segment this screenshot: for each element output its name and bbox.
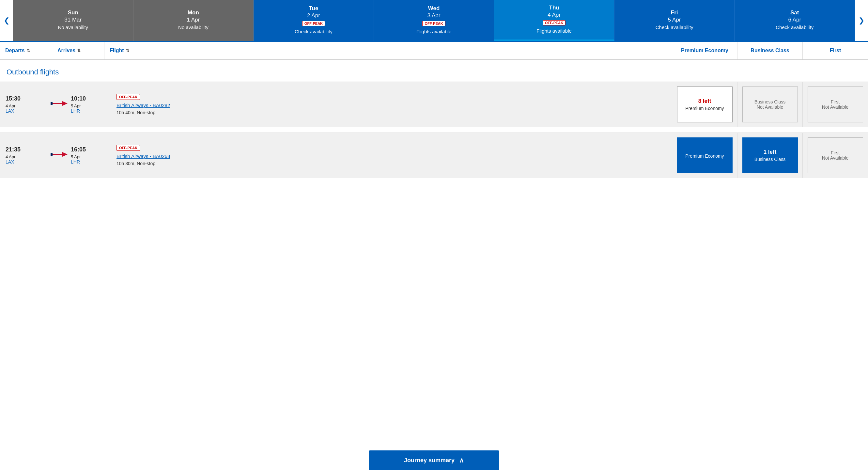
flight-arrow-area bbox=[48, 100, 71, 109]
svg-marker-2 bbox=[62, 101, 67, 106]
class-cells: 8 left Premium Economy Business Class No… bbox=[672, 82, 868, 127]
airline-arrow-icon bbox=[51, 151, 68, 160]
flight-row: 15:30 4 Apr LAX 10:10 5 Apr LHR bbox=[0, 82, 868, 127]
cal-day-date: 1 Apr bbox=[187, 17, 200, 23]
col-departs[interactable]: Departs ⇅ bbox=[0, 42, 52, 59]
business-label: Business Class bbox=[754, 157, 786, 162]
arrive-date: 5 Apr bbox=[71, 154, 110, 159]
col-flight-label: Flight bbox=[110, 48, 124, 54]
calendar-nav: ❮ Sun31 MarNo availabilityMon1 AprNo ava… bbox=[0, 0, 868, 42]
cal-day-status: Check availability bbox=[776, 25, 813, 30]
svg-marker-5 bbox=[62, 152, 67, 157]
cal-day-status: No availability bbox=[58, 25, 88, 30]
cal-day-name: Sun bbox=[68, 9, 78, 16]
cal-day-date: 4 Apr bbox=[548, 12, 561, 18]
premium-seats: 8 left bbox=[698, 98, 711, 104]
depart-time: 21:35 bbox=[5, 146, 48, 153]
col-arrives[interactable]: Arrives ⇅ bbox=[52, 42, 104, 59]
business-class-box[interactable]: 1 left Business Class bbox=[742, 137, 798, 173]
depart-date: 4 Apr bbox=[5, 103, 48, 108]
business-class-cell[interactable]: 1 left Business Class bbox=[737, 133, 802, 178]
cal-offpeak-badge: OFF-PEAK bbox=[542, 20, 565, 26]
next-arrow[interactable]: ❯ bbox=[855, 0, 868, 41]
flight-link[interactable]: British Airways - BA0268 bbox=[117, 153, 666, 159]
svg-rect-1 bbox=[53, 103, 64, 104]
arrive-airport[interactable]: LHR bbox=[71, 108, 110, 114]
first-class-box: First Not Available bbox=[808, 137, 863, 173]
cal-day-name: Mon bbox=[188, 9, 199, 16]
arrive-time: 16:05 bbox=[71, 146, 110, 153]
premium-economy-box[interactable]: Premium Economy bbox=[677, 137, 733, 173]
departs-sort-icon: ⇅ bbox=[27, 48, 30, 53]
class-cells: Premium Economy 1 left Business Class Fi… bbox=[672, 133, 868, 178]
premium-label: Premium Economy bbox=[685, 106, 724, 111]
cal-day-fri[interactable]: Fri5 AprCheck availability bbox=[615, 0, 735, 41]
depart-info: 15:30 4 Apr LAX bbox=[5, 95, 48, 114]
table-header: Departs ⇅ Arrives ⇅ Flight ⇅ Premium Eco… bbox=[0, 42, 868, 60]
business-seats: 1 left bbox=[764, 149, 777, 155]
cal-day-wed[interactable]: Wed3 AprOFF-PEAKFlights available bbox=[374, 0, 494, 41]
svg-rect-0 bbox=[51, 102, 53, 105]
flight-sort-icon: ⇅ bbox=[126, 48, 129, 53]
cal-offpeak-badge: OFF-PEAK bbox=[422, 21, 445, 26]
cal-day-sat[interactable]: Sat6 AprCheck availability bbox=[735, 0, 855, 41]
cal-day-status: Flights available bbox=[536, 28, 572, 34]
col-flight[interactable]: Flight ⇅ bbox=[104, 42, 672, 59]
col-first: First bbox=[803, 42, 868, 59]
depart-date: 4 Apr bbox=[5, 154, 48, 159]
cal-day-mon[interactable]: Mon1 AprNo availability bbox=[133, 0, 254, 41]
flight-details: OFF-PEAK British Airways - BA0282 10h 40… bbox=[110, 94, 666, 115]
cal-day-status: Check availability bbox=[294, 29, 333, 34]
premium-economy-box[interactable]: 8 left Premium Economy bbox=[677, 87, 733, 122]
arrive-time: 10:10 bbox=[71, 95, 110, 102]
cal-day-name: Wed bbox=[428, 5, 440, 12]
svg-rect-3 bbox=[51, 153, 53, 156]
prev-arrow[interactable]: ❮ bbox=[0, 0, 13, 41]
cal-day-date: 5 Apr bbox=[668, 17, 681, 23]
depart-airport[interactable]: LAX bbox=[5, 159, 48, 164]
flight-row: 21:35 4 Apr LAX 16:05 5 Apr LHR bbox=[0, 132, 868, 178]
cal-day-date: 3 Apr bbox=[428, 12, 440, 19]
col-departs-label: Departs bbox=[5, 48, 25, 54]
cal-day-date: 2 Apr bbox=[307, 12, 320, 19]
arrives-sort-icon: ⇅ bbox=[78, 48, 81, 53]
first-class-cell: First Not Available bbox=[802, 82, 868, 127]
airline-arrow-icon bbox=[51, 100, 68, 109]
depart-info: 21:35 4 Apr LAX bbox=[5, 146, 48, 164]
cal-day-sun[interactable]: Sun31 MarNo availability bbox=[13, 0, 133, 41]
cal-day-name: Sat bbox=[790, 9, 799, 16]
cal-day-status: Check availability bbox=[656, 25, 693, 30]
premium-label: Premium Economy bbox=[685, 153, 724, 159]
flight-link[interactable]: British Airways - BA0282 bbox=[117, 102, 666, 108]
offpeak-badge: OFF-PEAK bbox=[117, 94, 140, 100]
cal-day-name: Tue bbox=[309, 5, 318, 12]
arrive-airport[interactable]: LHR bbox=[71, 159, 110, 164]
flights-list: 15:30 4 Apr LAX 10:10 5 Apr LHR bbox=[0, 82, 868, 178]
cal-day-tue[interactable]: Tue2 AprOFF-PEAKCheck availability bbox=[253, 0, 374, 41]
cal-day-name: Thu bbox=[549, 5, 559, 11]
business-line1: Business Class bbox=[754, 99, 786, 104]
first-line1: First bbox=[831, 150, 840, 155]
cal-day-thu[interactable]: Thu4 AprOFF-PEAKFlights available bbox=[494, 0, 615, 41]
depart-airport[interactable]: LAX bbox=[5, 108, 48, 114]
col-business-label: Business Class bbox=[750, 48, 789, 54]
first-line1: First bbox=[831, 99, 840, 104]
premium-economy-cell[interactable]: Premium Economy bbox=[672, 133, 737, 178]
calendar-days: Sun31 MarNo availabilityMon1 AprNo avail… bbox=[13, 0, 855, 41]
business-line2: Not Available bbox=[757, 104, 783, 110]
flight-duration: 10h 30m, Non-stop bbox=[117, 161, 666, 166]
depart-time: 15:30 bbox=[5, 95, 48, 102]
cal-day-date: 31 Mar bbox=[64, 17, 82, 23]
svg-rect-4 bbox=[53, 154, 64, 155]
offpeak-badge: OFF-PEAK bbox=[117, 145, 140, 151]
first-class-cell: First Not Available bbox=[802, 133, 868, 178]
first-class-box: First Not Available bbox=[808, 87, 863, 122]
col-arrives-label: Arrives bbox=[57, 48, 75, 54]
business-class-box: Business Class Not Available bbox=[742, 87, 798, 122]
col-first-label: First bbox=[830, 48, 841, 54]
col-business: Business Class bbox=[738, 42, 803, 59]
premium-economy-cell[interactable]: 8 left Premium Economy bbox=[672, 82, 737, 127]
flight-info: 21:35 4 Apr LAX 16:05 5 Apr LHR bbox=[0, 133, 672, 178]
flight-info: 15:30 4 Apr LAX 10:10 5 Apr LHR bbox=[0, 82, 672, 127]
flight-details: OFF-PEAK British Airways - BA0268 10h 30… bbox=[110, 145, 666, 166]
